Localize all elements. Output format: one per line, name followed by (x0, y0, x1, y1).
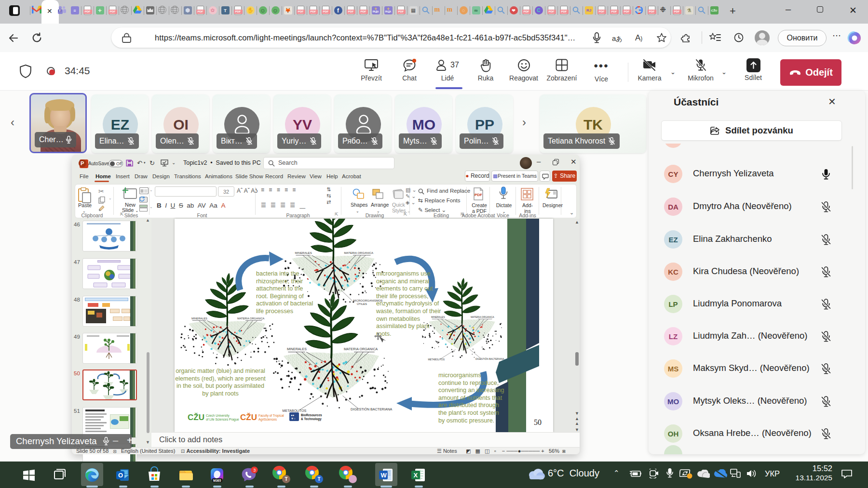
svg-text:METABOLITOS: METABOLITOS (428, 358, 445, 361)
svg-text:MATERIA ORGANICA: MATERIA ORGANICA (344, 347, 378, 351)
svg-text:37: 37 (450, 61, 459, 69)
svg-text:PDF: PDF (475, 193, 482, 197)
svg-text:organic matter (blue) and mine: organic matter (blue) and mineralelement… (175, 368, 266, 397)
svg-text:W: W (381, 472, 387, 479)
svg-text:O: O (118, 472, 123, 479)
svg-text:MINERALES: MINERALES (295, 251, 312, 254)
svg-text:MATERIA ORGANICA: MATERIA ORGANICA (344, 251, 374, 254)
svg-text:BioResources: BioResources (301, 413, 322, 417)
svg-text:MATERIA ORGANICA: MATERIA ORGANICA (471, 316, 494, 318)
svg-text:AgriSciences: AgriSciences (258, 418, 277, 422)
svg-text:of Life Sciences Prague: of Life Sciences Prague (206, 418, 239, 422)
svg-text:& Technology: & Technology (301, 417, 322, 421)
svg-text:▼○: ▼○ (291, 417, 296, 420)
svg-text:METABOLITOS: METABOLITOS (283, 409, 307, 413)
svg-text:MATERIA ORGANICA: MATERIA ORGANICA (237, 317, 265, 320)
svg-text:X: X (414, 472, 418, 479)
svg-text:50: 50 (534, 418, 542, 426)
svg-text:●●: ●● (291, 414, 295, 417)
svg-text:bacteria into therhizosphere,: bacteria into therhizosphere, theirattac… (256, 270, 313, 315)
svg-text:MINERALES: MINERALES (287, 347, 307, 351)
svg-text:ÚTILES: ÚTILES (357, 303, 367, 305)
svg-text:DIGESTIÓN BACTERIANA: DIGESTIÓN BACTERIANA (351, 407, 392, 411)
svg-text:CŽU: CŽU (188, 413, 204, 422)
svg-text:CŽU: CŽU (240, 413, 257, 422)
svg-text:M365: M365 (213, 479, 221, 482)
svg-text:T: T (59, 9, 61, 13)
svg-text:Czech University: Czech University (206, 414, 230, 418)
svg-text:3: 3 (253, 467, 256, 473)
svg-text:P: P (81, 160, 84, 166)
svg-text:microorganismscontinue to repr: microorganismscontinue to reproduce,conv… (438, 372, 504, 424)
svg-text:Faculty of Tropical: Faculty of Tropical (258, 414, 284, 418)
svg-text:MINERALES: MINERALES (431, 316, 445, 318)
svg-text:MINERALES: MINERALES (191, 317, 207, 320)
